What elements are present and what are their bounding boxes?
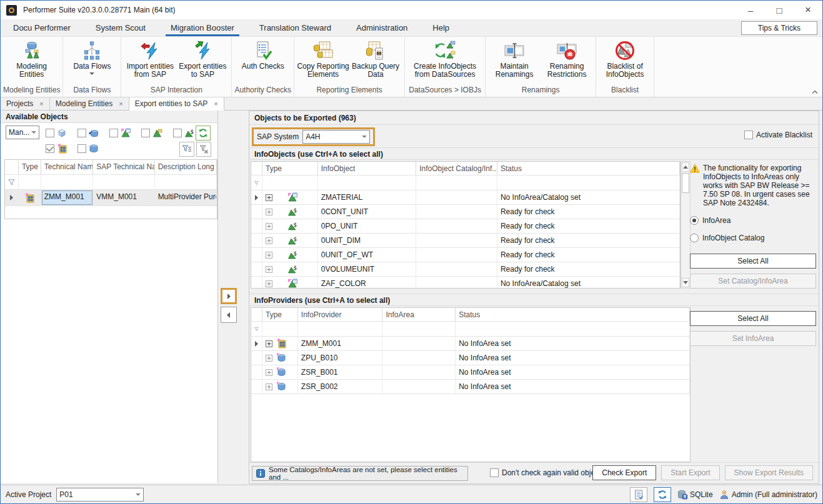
sap-system-dropdown[interactable]: A4H <box>302 130 370 144</box>
expand-icon[interactable] <box>266 209 272 215</box>
adso-checkbox[interactable] <box>77 129 86 137</box>
tab-system-scout[interactable]: System Scout <box>83 19 158 36</box>
blacklist-infoobjects-button[interactable]: Blacklist of InfoObjects <box>599 38 651 86</box>
renaming-restrictions-button[interactable]: Renaming Restrictions <box>541 38 593 86</box>
activate-blacklist-checkbox[interactable] <box>744 131 753 139</box>
table-row[interactable]: 0UNIT_DIM Ready for check <box>251 234 680 248</box>
doctab-projects[interactable]: Projects× <box>1 97 50 110</box>
radio-icon[interactable] <box>690 234 699 242</box>
show-export-results-button[interactable]: Show Export Results <box>725 465 813 480</box>
table-row[interactable]: ZMATERIAL No InfoArea/Catalog set <box>251 190 680 205</box>
minimize-button[interactable]: – <box>736 1 765 19</box>
dso-checkbox[interactable] <box>77 144 86 153</box>
table-row[interactable]: 0PO_UNIT Ready for check <box>251 219 680 234</box>
auth-checks-button[interactable]: Auth Checks <box>237 38 289 86</box>
infocube-checkbox[interactable] <box>46 129 54 137</box>
export-entities-button[interactable]: Export entities to SAP <box>176 38 229 86</box>
expand-icon[interactable] <box>266 369 272 376</box>
radio-infoarea[interactable]: InfoArea <box>690 216 816 225</box>
sync-button[interactable] <box>654 487 671 502</box>
dont-check-again-checkbox[interactable] <box>490 468 499 477</box>
scroll-up-icon[interactable] <box>682 162 689 172</box>
col-sap-technical-name[interactable]: SAP Technical Na... <box>93 160 154 174</box>
move-left-button[interactable] <box>221 307 237 323</box>
set-infoarea-button[interactable]: Set InfoArea <box>690 331 816 346</box>
create-infoobjects-button[interactable]: Create InfoObjects from DataSources <box>407 38 482 86</box>
table-row[interactable]: 0UNIT_OF_WT Ready for check <box>251 248 680 262</box>
cell-description[interactable]: MultiProvider Purc... <box>155 190 217 205</box>
col-type[interactable]: Type <box>262 162 318 175</box>
table-row[interactable]: 0CONT_UNIT Ready for check <box>251 205 680 219</box>
check-export-button[interactable]: Check Export <box>592 465 656 480</box>
backup-query-button[interactable]: Backup Query Data <box>349 38 402 86</box>
tab-help[interactable]: Help <box>420 19 462 36</box>
col-status[interactable]: Status <box>497 162 680 175</box>
tab-migration-booster[interactable]: Migration Booster <box>158 19 247 36</box>
import-entities-button[interactable]: Import entities from SAP <box>124 38 176 86</box>
filter-row[interactable] <box>5 175 217 190</box>
characteristic-checkbox[interactable] <box>109 129 118 137</box>
table-row[interactable]: 0VOLUMEUNIT Ready for check <box>251 262 680 277</box>
col-type[interactable]: Type <box>19 160 41 174</box>
set-catalog-infoarea-button[interactable]: Set Catalog/InfoArea <box>690 274 816 289</box>
keyfigure-checkbox[interactable] <box>173 129 182 137</box>
expand-icon[interactable] <box>266 340 272 347</box>
table-row[interactable]: ZSR_B002 No InfoArea set <box>251 380 690 394</box>
scroll-thumb[interactable] <box>682 173 689 193</box>
copy-reporting-button[interactable]: Copy Reporting Elements <box>297 38 349 86</box>
tab-docu-performer[interactable]: Docu Performer <box>1 19 83 36</box>
refresh-button[interactable] <box>196 126 211 141</box>
data-flows-button[interactable]: Data Flows <box>66 38 118 86</box>
log-document-button[interactable] <box>630 487 647 502</box>
multiprovider-checkbox[interactable] <box>46 144 54 153</box>
active-project-dropdown[interactable]: P01 <box>56 488 144 502</box>
expand-icon[interactable] <box>266 194 272 201</box>
expand-icon[interactable] <box>266 355 272 362</box>
filter-edit-button[interactable] <box>179 142 194 157</box>
tab-administration[interactable]: Administration <box>344 19 420 36</box>
database-status[interactable]: SQLite <box>677 490 713 500</box>
filter-row[interactable] <box>251 175 680 190</box>
doctab-export-entities[interactable]: Export entities to SAP× <box>129 97 224 111</box>
type-filter-dropdown[interactable]: Man... <box>6 126 39 139</box>
table-row[interactable]: ZMM_M001 VMM_M001 MultiProvider Purc... <box>5 190 217 206</box>
maintain-renamings-button[interactable]: Maintain Renamings <box>488 38 541 86</box>
close-tab-icon[interactable]: × <box>119 100 122 107</box>
radio-infoobject-catalog[interactable]: InfoObject Catalog <box>690 234 816 242</box>
cell-technical-name[interactable]: ZMM_M001 <box>41 190 93 205</box>
filter-clear-button[interactable] <box>196 142 211 157</box>
col-technical-name[interactable]: Technical Name <box>41 160 93 174</box>
close-button[interactable]: × <box>794 1 822 19</box>
attribute-checkbox[interactable] <box>141 129 150 137</box>
close-tab-icon[interactable]: × <box>214 100 217 107</box>
move-right-button[interactable] <box>221 288 237 304</box>
table-row[interactable]: ZSR_B001 No InfoArea set <box>251 365 690 380</box>
col-type[interactable]: Type <box>262 308 298 321</box>
tips-tricks-button[interactable]: Tips & Tricks <box>741 21 817 35</box>
table-row[interactable]: ZMM_M001 No InfoArea set <box>251 337 690 351</box>
expand-icon[interactable] <box>266 223 272 230</box>
scrollbar[interactable] <box>681 161 691 289</box>
col-status[interactable]: Status <box>456 308 690 321</box>
cell-sap-technical-name[interactable]: VMM_M001 <box>93 190 154 205</box>
scroll-down-icon[interactable] <box>682 278 689 287</box>
doctab-modeling-entities[interactable]: Modeling Entities× <box>50 97 129 110</box>
expand-icon[interactable] <box>266 266 272 273</box>
close-tab-icon[interactable]: × <box>39 100 43 107</box>
select-all-infoobjects-button[interactable]: Select All <box>690 254 816 269</box>
modeling-entities-button[interactable]: Modeling Entities <box>6 38 58 86</box>
radio-icon[interactable] <box>690 216 699 225</box>
select-all-infoproviders-button[interactable]: Select All <box>690 311 816 326</box>
user-status[interactable]: Admin (Full administrator) <box>719 490 817 500</box>
expand-icon[interactable] <box>266 252 272 259</box>
col-infoprovider[interactable]: InfoProvider <box>298 308 383 321</box>
col-description-long[interactable]: Description Long <box>155 160 217 174</box>
col-infoobject[interactable]: InfoObject <box>318 162 417 175</box>
col-infoobject-catalog[interactable]: InfoObject Catalog/Inf... <box>416 162 497 175</box>
expand-icon[interactable] <box>266 383 272 390</box>
col-infoarea[interactable]: InfoArea <box>382 308 456 321</box>
filter-row[interactable] <box>251 322 690 337</box>
start-export-button[interactable]: Start Export <box>661 465 719 480</box>
table-row[interactable]: ZPU_B010 No InfoArea set <box>251 351 690 365</box>
expand-icon[interactable] <box>266 280 272 287</box>
